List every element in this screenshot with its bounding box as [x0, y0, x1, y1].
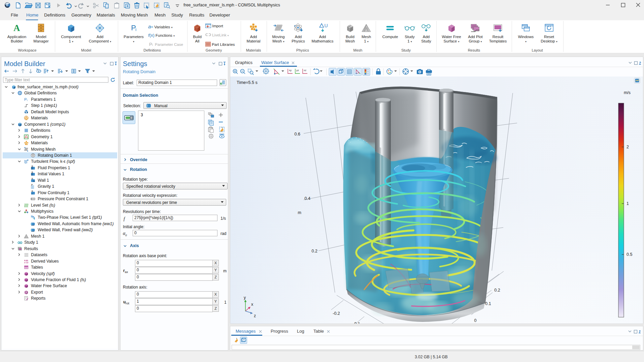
svg-text:U: U — [324, 23, 328, 28]
svg-text:m: m — [298, 210, 301, 215]
svg-text:D: D — [31, 184, 33, 186]
svg-text:Time=5.5 s: Time=5.5 s — [237, 80, 258, 85]
svg-text:2: 2 — [626, 145, 629, 149]
svg-text:m/s: m/s — [624, 90, 631, 95]
svg-text:0.6: 0.6 — [295, 132, 300, 137]
svg-text:8.85: 8.85 — [24, 259, 28, 261]
svg-text:0.5: 0.5 — [626, 252, 632, 257]
svg-text:yz: yz — [296, 69, 299, 72]
svg-text:x: x — [251, 302, 253, 307]
svg-text:0.2: 0.2 — [494, 288, 500, 293]
svg-text:0.2: 0.2 — [312, 249, 317, 253]
svg-text:0.1: 0.1 — [354, 322, 360, 324]
svg-text:xy: xy — [289, 69, 292, 72]
svg-text:P: P — [24, 97, 27, 101]
svg-text:D: D — [32, 190, 33, 192]
svg-text:A: A — [13, 23, 20, 33]
svg-text:e-12: e-12 — [24, 262, 29, 264]
svg-text:i: i — [135, 27, 136, 32]
svg-text:xz: xz — [304, 69, 306, 72]
svg-text:-0.2: -0.2 — [333, 311, 340, 316]
svg-text:z: z — [254, 313, 256, 318]
svg-text:D: D — [32, 178, 33, 180]
svg-text:i: i — [27, 99, 28, 101]
svg-text:0: 0 — [474, 318, 477, 323]
svg-text:0.4: 0.4 — [305, 196, 310, 201]
svg-text:D: D — [32, 172, 33, 173]
svg-text:y: y — [244, 295, 246, 300]
svg-text:0.1: 0.1 — [485, 301, 491, 306]
svg-text:D: D — [32, 165, 33, 167]
svg-text:1: 1 — [626, 201, 629, 206]
